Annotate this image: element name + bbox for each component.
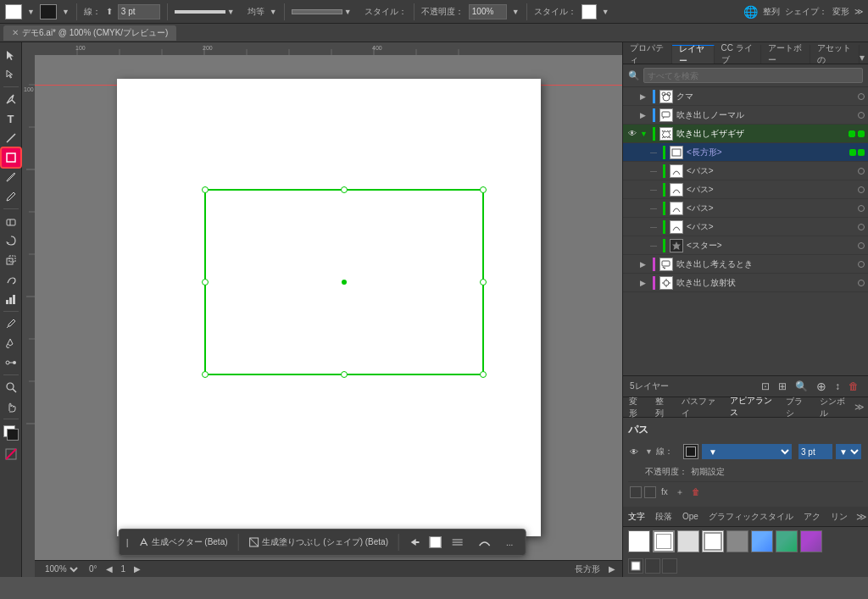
search-layer-btn[interactable]: 🔍 [793, 380, 810, 392]
type-tool[interactable]: T [2, 109, 20, 128]
bp-tab-graphic[interactable]: グラフィックスタイル [704, 508, 798, 525]
stroke-up-icon[interactable]: ⬆ [106, 7, 113, 16]
swatch-action-3[interactable] [662, 558, 677, 574]
swatch-white[interactable] [628, 530, 650, 552]
paint-bucket-tool[interactable] [2, 334, 20, 352]
tab-properties[interactable]: プロパティ [623, 45, 672, 64]
canvas-content[interactable] [35, 55, 622, 560]
hand-tool[interactable] [2, 397, 20, 416]
style-arrow[interactable]: ▼ [602, 8, 609, 16]
blend-tool[interactable] [2, 353, 20, 372]
swatch-outline-only[interactable] [702, 530, 724, 552]
make-group-btn[interactable]: ⊞ [776, 380, 789, 392]
handle-top-center[interactable] [341, 186, 348, 193]
globe-icon[interactable]: 🌐 [743, 5, 758, 19]
bt-curve-btn[interactable] [474, 535, 496, 549]
warp-tool[interactable] [2, 270, 20, 289]
layer-item-path-3[interactable]: — <パス> [623, 199, 868, 218]
stroke-value-input[interactable] [118, 4, 160, 19]
app-stroke-pt-select[interactable]: ▼ [836, 444, 861, 459]
bp-tab-link[interactable]: リン [826, 508, 853, 525]
expand-star[interactable]: — [650, 241, 660, 249]
swatch-action-1[interactable] [628, 558, 643, 574]
fill-stroke-selector[interactable] [2, 424, 20, 442]
graph-tool[interactable] [2, 290, 20, 308]
layer-item-bear[interactable]: ▶ クマ [623, 87, 868, 106]
stroke-color-swatch[interactable] [40, 4, 57, 19]
layer-search-input[interactable] [643, 68, 863, 83]
opacity-input[interactable] [469, 4, 507, 19]
layer-item-rect[interactable]: — <長方形> [623, 143, 868, 162]
app-add-btn[interactable]: ＋ [673, 486, 687, 498]
handle-mid-right[interactable] [480, 279, 487, 286]
expand-path4[interactable]: — [650, 223, 660, 230]
layer-item-path-2[interactable]: — <パス> [623, 180, 868, 199]
bp-tab-dan[interactable]: 段落 [650, 508, 677, 525]
layer-item-path-4[interactable]: — <パス> [623, 218, 868, 236]
handle-bot-right[interactable] [480, 371, 487, 378]
expand-bear[interactable]: ▶ [640, 92, 650, 101]
fill-color-swatch[interactable] [5, 4, 22, 19]
handle-top-left[interactable] [202, 186, 209, 193]
layer-item-radial[interactable]: ▶ 吹き出し放射状 [623, 274, 868, 292]
swatch-green[interactable] [776, 530, 798, 552]
panel-more-btn[interactable]: ≫ [854, 402, 865, 413]
app-lock-btn[interactable] [644, 486, 656, 498]
line-tool[interactable] [2, 129, 20, 147]
bt-fill-swatch[interactable] [430, 536, 442, 548]
step-right[interactable]: ▶ [134, 564, 141, 574]
dash-line-control[interactable]: ▼ [292, 6, 359, 18]
swatch-purple[interactable] [800, 530, 822, 552]
style-swatch[interactable] [581, 4, 597, 19]
close-tab-icon[interactable]: ✕ [12, 28, 19, 37]
layer-item-path-1[interactable]: — <パス> [623, 162, 868, 180]
pen-tool[interactable] [2, 90, 20, 108]
app-stroke-pt-input[interactable] [798, 444, 832, 459]
add-layer-icon[interactable]: ⊕ [814, 380, 829, 393]
swatch-action-2[interactable] [645, 558, 660, 574]
make-clipping-btn[interactable]: ⊡ [759, 380, 772, 392]
app-fx-btn[interactable]: fx [659, 487, 670, 496]
stroke-line-control[interactable]: ▼ [175, 6, 242, 18]
layer-item-bubble-normal[interactable]: ▶ 吹き出しノーマル [623, 106, 868, 125]
bp-more-btn[interactable]: ≫ [853, 511, 868, 523]
paintbrush-tool[interactable] [2, 168, 20, 186]
rectangle-tool[interactable] [2, 148, 20, 167]
bp-tab-ac[interactable]: アク [798, 508, 826, 525]
tab-assets[interactable]: アセットの [810, 45, 860, 64]
handle-mid-left[interactable] [202, 279, 209, 286]
app-stroke-expand[interactable]: ▼ [645, 447, 653, 456]
select-tool[interactable] [2, 46, 20, 64]
vis-eye-bubble-zigzag[interactable]: 👁 [626, 129, 638, 138]
generate-fill-btn[interactable]: 生成塗りつぶし (シェイプ) (Beta) [244, 535, 393, 550]
tab-layers[interactable]: レイヤー [672, 45, 715, 64]
tab-artboard[interactable]: アートボー [761, 45, 810, 64]
move-to-layer-btn[interactable]: ↕ [832, 380, 843, 392]
status-arrow[interactable]: ▶ [609, 564, 615, 574]
tab-cclive[interactable]: CC ライブ [715, 45, 762, 64]
bt-lines-btn[interactable] [447, 535, 469, 549]
app-stroke-select[interactable]: ▼ [702, 444, 792, 459]
generate-vector-btn[interactable]: 生成ベクター (Beta) [134, 535, 233, 550]
app-stroke-color[interactable] [683, 444, 698, 459]
stroke-arrow[interactable]: ▼ [62, 8, 70, 16]
direct-select-tool[interactable] [2, 65, 20, 84]
handle-bot-left[interactable] [202, 371, 209, 378]
rotate-tool[interactable] [2, 231, 20, 250]
expand-path3[interactable]: — [650, 204, 660, 212]
more-icons[interactable]: ≫ [854, 7, 863, 16]
stroke-box[interactable] [7, 429, 19, 441]
step-left[interactable]: ◀ [106, 564, 113, 574]
scale-tool[interactable] [2, 251, 20, 269]
expand-bubble-normal[interactable]: ▶ [640, 111, 650, 119]
expand-path1[interactable]: — [650, 167, 660, 175]
arrow-tool-btn[interactable] [404, 535, 425, 549]
expand-rect[interactable]: — [650, 148, 660, 156]
expand-bubble-zigzag[interactable]: ▼ [640, 130, 650, 138]
app-mask-btn[interactable] [630, 486, 642, 498]
bt-more-btn[interactable]: ... [501, 536, 518, 549]
bp-tab-moji[interactable]: 文字 [623, 508, 650, 525]
layer-item-bubble-zigzag[interactable]: 👁 ▼ 吹き出しギザギザ [623, 125, 868, 143]
blend-arrow[interactable]: ▼ [270, 8, 277, 16]
zoom-tool[interactable] [2, 378, 20, 397]
